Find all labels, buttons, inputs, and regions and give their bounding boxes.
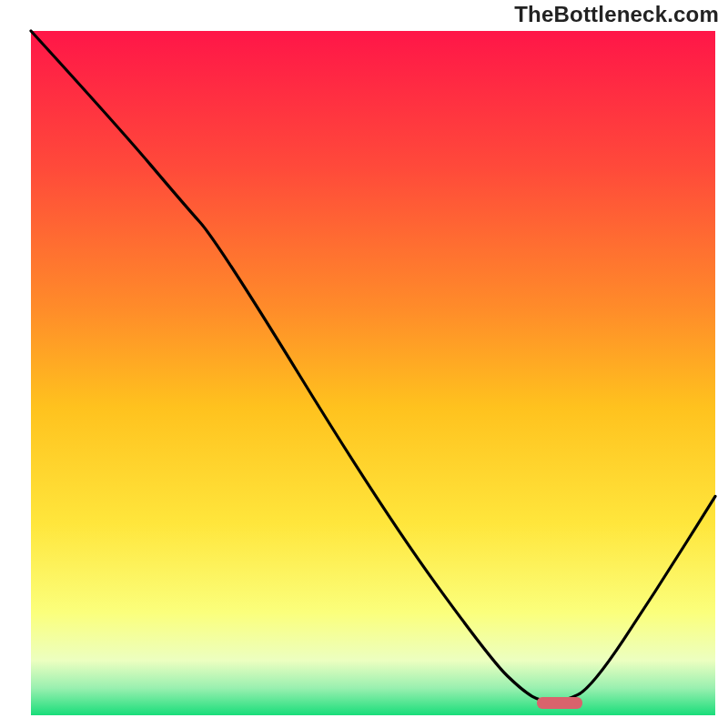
watermark-text: TheBottleneck.com bbox=[514, 2, 719, 27]
chart-stage: TheBottleneck.com bbox=[0, 0, 728, 728]
plot-background bbox=[31, 31, 715, 715]
min-marker bbox=[537, 697, 582, 709]
bottleneck-chart bbox=[0, 0, 728, 728]
